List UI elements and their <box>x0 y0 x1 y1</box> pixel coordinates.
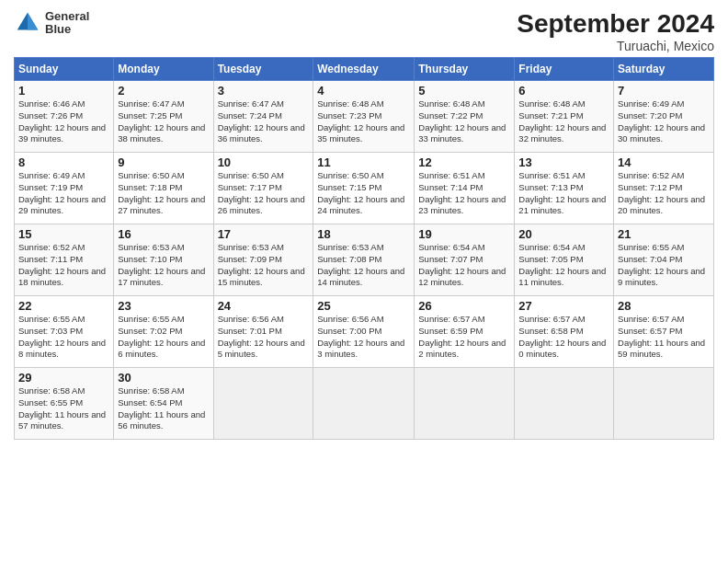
day-info: Sunrise: 6:58 AM Sunset: 6:54 PM Dayligh… <box>118 385 209 432</box>
table-row: 30Sunrise: 6:58 AM Sunset: 6:54 PM Dayli… <box>114 368 213 440</box>
table-row: 24Sunrise: 6:56 AM Sunset: 7:01 PM Dayli… <box>213 296 313 368</box>
day-info: Sunrise: 6:49 AM Sunset: 7:20 PM Dayligh… <box>618 98 710 145</box>
title-block: September 2024 Turuachi, Mexico <box>517 9 714 53</box>
day-number: 28 <box>618 299 710 313</box>
col-wednesday: Wednesday <box>313 58 415 81</box>
table-row: 8Sunrise: 6:49 AM Sunset: 7:19 PM Daylig… <box>15 153 114 224</box>
logo-line1: General <box>45 10 89 23</box>
day-number: 16 <box>118 227 209 241</box>
col-saturday: Saturday <box>614 58 714 81</box>
table-row: 10Sunrise: 6:50 AM Sunset: 7:17 PM Dayli… <box>213 153 313 224</box>
table-row: 16Sunrise: 6:53 AM Sunset: 7:10 PM Dayli… <box>114 224 213 296</box>
day-number: 13 <box>518 155 609 169</box>
day-info: Sunrise: 6:49 AM Sunset: 7:19 PM Dayligh… <box>18 170 109 217</box>
day-info: Sunrise: 6:50 AM Sunset: 7:18 PM Dayligh… <box>118 170 209 217</box>
header: General Blue September 2024 Turuachi, Me… <box>14 9 714 53</box>
table-row: 21Sunrise: 6:55 AM Sunset: 7:04 PM Dayli… <box>614 224 714 296</box>
table-row: 4Sunrise: 6:48 AM Sunset: 7:23 PM Daylig… <box>313 81 415 153</box>
day-info: Sunrise: 6:48 AM Sunset: 7:21 PM Dayligh… <box>518 98 609 145</box>
day-number: 29 <box>18 371 109 385</box>
day-info: Sunrise: 6:57 AM Sunset: 6:58 PM Dayligh… <box>518 314 609 361</box>
table-row: 18Sunrise: 6:53 AM Sunset: 7:08 PM Dayli… <box>313 224 415 296</box>
table-row: 11Sunrise: 6:50 AM Sunset: 7:15 PM Dayli… <box>313 153 415 224</box>
header-row: Sunday Monday Tuesday Wednesday Thursday… <box>15 58 714 81</box>
day-info: Sunrise: 6:47 AM Sunset: 7:24 PM Dayligh… <box>218 98 310 145</box>
day-number: 15 <box>18 227 109 241</box>
table-row: 22Sunrise: 6:55 AM Sunset: 7:03 PM Dayli… <box>15 296 114 368</box>
day-number: 7 <box>618 84 710 98</box>
table-row: 15Sunrise: 6:52 AM Sunset: 7:11 PM Dayli… <box>15 224 114 296</box>
table-row: 3Sunrise: 6:47 AM Sunset: 7:24 PM Daylig… <box>213 81 313 153</box>
col-tuesday: Tuesday <box>213 58 313 81</box>
day-info: Sunrise: 6:50 AM Sunset: 7:17 PM Dayligh… <box>218 170 310 217</box>
week-row-5: 29Sunrise: 6:58 AM Sunset: 6:55 PM Dayli… <box>15 368 714 440</box>
table-row: 1Sunrise: 6:46 AM Sunset: 7:26 PM Daylig… <box>15 81 114 153</box>
day-number: 23 <box>118 299 209 313</box>
day-number: 12 <box>418 155 510 169</box>
day-number: 3 <box>218 84 310 98</box>
day-number: 1 <box>18 84 109 98</box>
table-row: 7Sunrise: 6:49 AM Sunset: 7:20 PM Daylig… <box>614 81 714 153</box>
table-row: 12Sunrise: 6:51 AM Sunset: 7:14 PM Dayli… <box>415 153 515 224</box>
table-row <box>614 368 714 440</box>
day-info: Sunrise: 6:56 AM Sunset: 7:01 PM Dayligh… <box>218 314 310 361</box>
week-row-3: 15Sunrise: 6:52 AM Sunset: 7:11 PM Dayli… <box>15 224 714 296</box>
col-thursday: Thursday <box>415 58 515 81</box>
table-row: 26Sunrise: 6:57 AM Sunset: 6:59 PM Dayli… <box>415 296 515 368</box>
col-friday: Friday <box>515 58 614 81</box>
day-number: 14 <box>618 155 710 169</box>
day-number: 9 <box>118 155 209 169</box>
location-title: Turuachi, Mexico <box>517 39 714 53</box>
day-info: Sunrise: 6:54 AM Sunset: 7:07 PM Dayligh… <box>418 242 510 289</box>
day-info: Sunrise: 6:55 AM Sunset: 7:03 PM Dayligh… <box>18 314 109 361</box>
day-number: 30 <box>118 371 209 385</box>
day-info: Sunrise: 6:53 AM Sunset: 7:10 PM Dayligh… <box>118 242 209 289</box>
day-info: Sunrise: 6:58 AM Sunset: 6:55 PM Dayligh… <box>18 385 109 432</box>
calendar-container: General Blue September 2024 Turuachi, Me… <box>0 0 728 449</box>
week-row-1: 1Sunrise: 6:46 AM Sunset: 7:26 PM Daylig… <box>15 81 714 153</box>
day-info: Sunrise: 6:48 AM Sunset: 7:22 PM Dayligh… <box>418 98 510 145</box>
table-row <box>515 368 614 440</box>
week-row-2: 8Sunrise: 6:49 AM Sunset: 7:19 PM Daylig… <box>15 153 714 224</box>
table-row: 23Sunrise: 6:55 AM Sunset: 7:02 PM Dayli… <box>114 296 213 368</box>
calendar-table: Sunday Monday Tuesday Wednesday Thursday… <box>14 57 714 440</box>
table-row <box>213 368 313 440</box>
day-number: 19 <box>418 227 510 241</box>
day-number: 21 <box>618 227 710 241</box>
day-info: Sunrise: 6:54 AM Sunset: 7:05 PM Dayligh… <box>518 242 609 289</box>
logo-line2: Blue <box>45 23 89 36</box>
day-info: Sunrise: 6:51 AM Sunset: 7:14 PM Dayligh… <box>418 170 510 217</box>
day-number: 17 <box>218 227 310 241</box>
day-info: Sunrise: 6:48 AM Sunset: 7:23 PM Dayligh… <box>317 98 410 145</box>
day-number: 11 <box>317 155 410 169</box>
day-number: 10 <box>218 155 310 169</box>
day-info: Sunrise: 6:56 AM Sunset: 7:00 PM Dayligh… <box>317 314 410 361</box>
table-row: 28Sunrise: 6:57 AM Sunset: 6:57 PM Dayli… <box>614 296 714 368</box>
day-number: 2 <box>118 84 209 98</box>
day-info: Sunrise: 6:57 AM Sunset: 6:57 PM Dayligh… <box>618 314 710 361</box>
day-info: Sunrise: 6:52 AM Sunset: 7:12 PM Dayligh… <box>618 170 710 217</box>
day-info: Sunrise: 6:46 AM Sunset: 7:26 PM Dayligh… <box>18 98 109 145</box>
calendar-body: 1Sunrise: 6:46 AM Sunset: 7:26 PM Daylig… <box>15 81 714 440</box>
day-info: Sunrise: 6:53 AM Sunset: 7:09 PM Dayligh… <box>218 242 310 289</box>
table-row: 2Sunrise: 6:47 AM Sunset: 7:25 PM Daylig… <box>114 81 213 153</box>
day-number: 20 <box>518 227 609 241</box>
day-number: 18 <box>317 227 410 241</box>
table-row: 19Sunrise: 6:54 AM Sunset: 7:07 PM Dayli… <box>415 224 515 296</box>
table-row: 9Sunrise: 6:50 AM Sunset: 7:18 PM Daylig… <box>114 153 213 224</box>
logo-text: General Blue <box>45 10 89 37</box>
table-row: 6Sunrise: 6:48 AM Sunset: 7:21 PM Daylig… <box>515 81 614 153</box>
day-info: Sunrise: 6:51 AM Sunset: 7:13 PM Dayligh… <box>518 170 609 217</box>
week-row-4: 22Sunrise: 6:55 AM Sunset: 7:03 PM Dayli… <box>15 296 714 368</box>
day-number: 6 <box>518 84 609 98</box>
table-row: 17Sunrise: 6:53 AM Sunset: 7:09 PM Dayli… <box>213 224 313 296</box>
day-number: 22 <box>18 299 109 313</box>
col-sunday: Sunday <box>15 58 114 81</box>
table-row: 5Sunrise: 6:48 AM Sunset: 7:22 PM Daylig… <box>415 81 515 153</box>
day-number: 4 <box>317 84 410 98</box>
day-info: Sunrise: 6:52 AM Sunset: 7:11 PM Dayligh… <box>18 242 109 289</box>
table-row: 14Sunrise: 6:52 AM Sunset: 7:12 PM Dayli… <box>614 153 714 224</box>
table-row: 13Sunrise: 6:51 AM Sunset: 7:13 PM Dayli… <box>515 153 614 224</box>
svg-marker-1 <box>28 13 38 30</box>
table-row: 25Sunrise: 6:56 AM Sunset: 7:00 PM Dayli… <box>313 296 415 368</box>
